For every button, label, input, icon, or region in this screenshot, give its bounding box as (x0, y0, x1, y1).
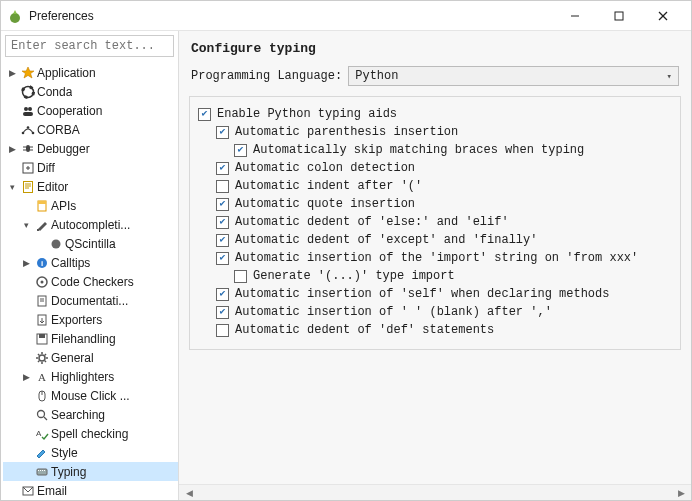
chevron-down-icon: ▾ (667, 71, 672, 82)
language-label: Programming Language: (191, 69, 342, 83)
opt-skipmatch[interactable]: ✔ Automatically skip matching braces whe… (198, 141, 672, 159)
checkbox-unchecked-icon[interactable] (216, 324, 229, 337)
language-row: Programming Language: Python ▾ (179, 62, 691, 94)
content-pane: Configure typing Programming Language: P… (179, 31, 691, 500)
tree-item-typing[interactable]: Typing (3, 462, 178, 481)
checkbox-checked-icon[interactable]: ✔ (198, 108, 211, 121)
expand-icon[interactable]: ▶ (5, 144, 19, 154)
tree-item-editor[interactable]: ▾ Editor (3, 177, 178, 196)
checkbox-checked-icon[interactable]: ✔ (216, 234, 229, 247)
checkbox-unchecked-icon[interactable] (216, 180, 229, 193)
svg-point-12 (32, 131, 35, 134)
checkbox-checked-icon[interactable]: ✔ (216, 216, 229, 229)
debugger-icon (19, 142, 37, 156)
tree-item-exporters[interactable]: Exporters (3, 310, 178, 329)
svg-line-45 (38, 354, 39, 355)
tree-item-spellchecking[interactable]: A Spell checking (3, 424, 178, 443)
scroll-right-icon[interactable]: ▶ (673, 486, 689, 500)
svg-marker-5 (22, 67, 34, 78)
tree-item-debugger[interactable]: ▶ Debugger (3, 139, 178, 158)
checkbox-checked-icon[interactable]: ✔ (216, 162, 229, 175)
opt-blank[interactable]: ✔ Automatic insertion of ' ' (blank) aft… (198, 303, 672, 321)
opt-self[interactable]: ✔ Automatic insertion of 'self' when dec… (198, 285, 672, 303)
opt-dedent-else[interactable]: ✔ Automatic dedent of 'else:' and 'elif' (198, 213, 672, 231)
svg-point-33 (41, 280, 44, 283)
svg-rect-22 (24, 181, 33, 192)
opt-enable[interactable]: ✔ Enable Python typing aids (198, 105, 672, 123)
svg-point-9 (28, 107, 32, 111)
opt-colon[interactable]: ✔ Automatic colon detection (198, 159, 672, 177)
search-icon (33, 408, 51, 422)
checkbox-unchecked-icon[interactable] (234, 270, 247, 283)
checkbox-checked-icon[interactable]: ✔ (216, 252, 229, 265)
collapse-icon[interactable]: ▾ (19, 220, 33, 230)
tree-item-calltips[interactable]: ▶ i Calltips (3, 253, 178, 272)
mouse-icon (33, 389, 51, 403)
exporters-icon (33, 313, 51, 327)
codecheckers-icon (33, 275, 51, 289)
calltips-icon: i (33, 256, 51, 270)
qscintilla-icon (47, 237, 65, 251)
tree-item-qscintilla[interactable]: QScintilla (3, 234, 178, 253)
opt-import[interactable]: ✔ Automatic insertion of the 'import' st… (198, 249, 672, 267)
typing-icon (33, 465, 51, 479)
conda-icon (19, 85, 37, 99)
tree-item-highlighters[interactable]: ▶ A Highlighters (3, 367, 178, 386)
tree-item-application[interactable]: ▶ Application (3, 63, 178, 82)
opt-indentparen[interactable]: Automatic indent after '(' (198, 177, 672, 195)
gear-icon (33, 351, 51, 365)
tree-item-style[interactable]: Style (3, 443, 178, 462)
save-icon (33, 332, 51, 346)
opt-paren[interactable]: ✔ Automatic parenthesis insertion (198, 123, 672, 141)
tree-item-mouseclick[interactable]: Mouse Click ... (3, 386, 178, 405)
checkbox-checked-icon[interactable]: ✔ (216, 306, 229, 319)
expand-icon[interactable]: ▶ (19, 258, 33, 268)
opt-dedent-except[interactable]: ✔ Automatic dedent of 'except' and 'fina… (198, 231, 672, 249)
checkbox-checked-icon[interactable]: ✔ (216, 288, 229, 301)
svg-rect-28 (37, 229, 39, 231)
sidebar: ▶ Application Conda Cooperation CORBA (1, 31, 179, 500)
tree-item-diff[interactable]: Diff (3, 158, 178, 177)
tree-item-cooperation[interactable]: Cooperation (3, 101, 178, 120)
checkbox-checked-icon[interactable]: ✔ (216, 126, 229, 139)
cooperation-icon (19, 104, 37, 118)
opt-dedent-def[interactable]: Automatic dedent of 'def' statements (198, 321, 672, 339)
opt-quote[interactable]: ✔ Automatic quote insertion (198, 195, 672, 213)
tree-item-apis[interactable]: APIs (3, 196, 178, 215)
tree-item-corba[interactable]: CORBA (3, 120, 178, 139)
expand-icon[interactable]: ▶ (5, 68, 19, 78)
opt-gentype[interactable]: Generate '(...)' type import (198, 267, 672, 285)
svg-point-13 (27, 126, 30, 129)
editor-icon (19, 180, 37, 194)
horizontal-scrollbar[interactable]: ◀ ▶ (179, 484, 691, 500)
star-icon (19, 66, 37, 80)
expand-icon[interactable]: ▶ (19, 372, 33, 382)
svg-line-47 (38, 360, 39, 361)
language-select[interactable]: Python ▾ (348, 66, 679, 86)
checkbox-checked-icon[interactable]: ✔ (216, 198, 229, 211)
collapse-icon[interactable]: ▾ (5, 182, 19, 192)
svg-text:A: A (36, 429, 42, 438)
maximize-button[interactable] (597, 1, 641, 31)
tree-item-conda[interactable]: Conda (3, 82, 178, 101)
tree-item-searching[interactable]: Searching (3, 405, 178, 424)
svg-point-8 (24, 107, 28, 111)
tree-item-email[interactable]: Email (3, 481, 178, 500)
svg-point-40 (39, 355, 45, 361)
tree-item-documentation[interactable]: Documentati... (3, 291, 178, 310)
corba-icon (19, 123, 37, 137)
tree-item-autocompletion[interactable]: ▾ Autocompleti... (3, 215, 178, 234)
search-input[interactable] (5, 35, 174, 57)
app-icon (7, 8, 23, 24)
checkbox-checked-icon[interactable]: ✔ (234, 144, 247, 157)
tree-item-general[interactable]: General (3, 348, 178, 367)
close-button[interactable] (641, 1, 685, 31)
preferences-tree[interactable]: ▶ Application Conda Cooperation CORBA (1, 61, 178, 500)
svg-line-46 (45, 360, 46, 361)
minimize-button[interactable] (553, 1, 597, 31)
diff-icon (19, 161, 37, 175)
scroll-left-icon[interactable]: ◀ (181, 486, 197, 500)
body: ▶ Application Conda Cooperation CORBA (1, 31, 691, 500)
tree-item-codecheckers[interactable]: Code Checkers (3, 272, 178, 291)
tree-item-filehandling[interactable]: Filehandling (3, 329, 178, 348)
